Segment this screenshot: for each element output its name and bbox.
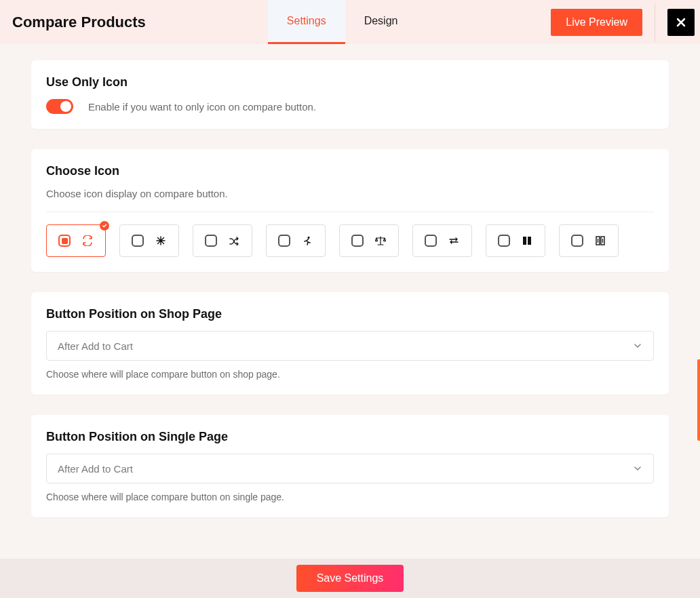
header: Compare Products Settings Design Live Pr… — [0, 0, 700, 44]
single-position-select[interactable]: After Add to Cart — [46, 454, 654, 483]
icon-option-panels[interactable] — [559, 224, 619, 257]
use-only-icon-toggle[interactable] — [46, 99, 73, 114]
checkbox — [425, 235, 437, 247]
swap-icon — [448, 235, 460, 247]
panels-icon — [594, 235, 606, 247]
content: Use Only Icon Enable if you want to only… — [0, 44, 700, 517]
card-shop-position: Button Position on Shop Page After Add t… — [31, 292, 669, 395]
svg-rect-2 — [528, 237, 531, 245]
card-title-use-only-icon: Use Only Icon — [46, 75, 654, 89]
refresh-icon — [81, 235, 94, 247]
chevron-down-icon — [633, 464, 642, 473]
icon-option-swap[interactable] — [412, 224, 472, 257]
icon-option-columns[interactable] — [486, 224, 545, 257]
close-button[interactable] — [667, 9, 695, 36]
card-choose-icon: Choose Icon Choose icon display on compa… — [31, 149, 669, 272]
icon-option-running[interactable] — [266, 224, 326, 257]
icon-option-refresh[interactable] — [46, 224, 106, 257]
icon-option-snowflake[interactable] — [119, 224, 179, 257]
tab-settings[interactable]: Settings — [268, 0, 345, 44]
single-position-help: Choose where will place compare button o… — [46, 492, 654, 502]
checkbox — [132, 235, 144, 247]
scale-icon — [374, 235, 387, 247]
icon-option-shuffle[interactable] — [193, 224, 252, 257]
checkbox — [498, 235, 510, 247]
checkbox — [205, 235, 217, 247]
selected-badge — [100, 221, 109, 231]
tab-design[interactable]: Design — [345, 0, 417, 44]
checkbox — [58, 235, 71, 247]
icon-grid — [46, 224, 654, 257]
icon-option-scale[interactable] — [339, 224, 399, 257]
close-icon — [676, 17, 686, 28]
tabs: Settings Design — [268, 0, 417, 44]
use-only-icon-help: Enable if you want to only icon on compa… — [88, 101, 316, 113]
choose-icon-help: Choose icon display on compare button. — [46, 188, 654, 199]
checkbox — [278, 235, 290, 247]
checkbox — [351, 235, 364, 247]
divider — [46, 212, 654, 212]
shop-position-select[interactable]: After Add to Cart — [46, 331, 654, 361]
save-settings-button[interactable]: Save Settings — [296, 565, 404, 592]
header-actions: Live Preview — [551, 0, 700, 44]
running-icon — [301, 235, 313, 247]
chevron-down-icon — [633, 341, 642, 351]
live-preview-button[interactable]: Live Preview — [551, 9, 642, 36]
card-use-only-icon: Use Only Icon Enable if you want to only… — [31, 60, 669, 129]
single-position-value: After Add to Cart — [58, 463, 133, 475]
shop-position-help: Choose where will place compare button o… — [46, 369, 654, 380]
checkbox — [571, 235, 583, 247]
card-title-single-position: Button Position on Single Page — [46, 430, 654, 444]
card-title-shop-position: Button Position on Shop Page — [46, 307, 654, 321]
footer: Save Settings — [0, 559, 700, 598]
card-title-choose-icon: Choose Icon — [46, 164, 654, 178]
edge-accent — [697, 359, 700, 441]
header-divider — [655, 3, 655, 41]
svg-rect-1 — [523, 237, 526, 245]
shop-position-value: After Add to Cart — [58, 340, 133, 352]
columns-icon — [521, 235, 533, 247]
shuffle-icon — [228, 235, 240, 247]
snowflake-icon — [155, 235, 167, 247]
toggle-row: Enable if you want to only icon on compa… — [46, 99, 654, 114]
card-single-position: Button Position on Single Page After Add… — [31, 415, 669, 517]
page-title: Compare Products — [12, 14, 146, 31]
